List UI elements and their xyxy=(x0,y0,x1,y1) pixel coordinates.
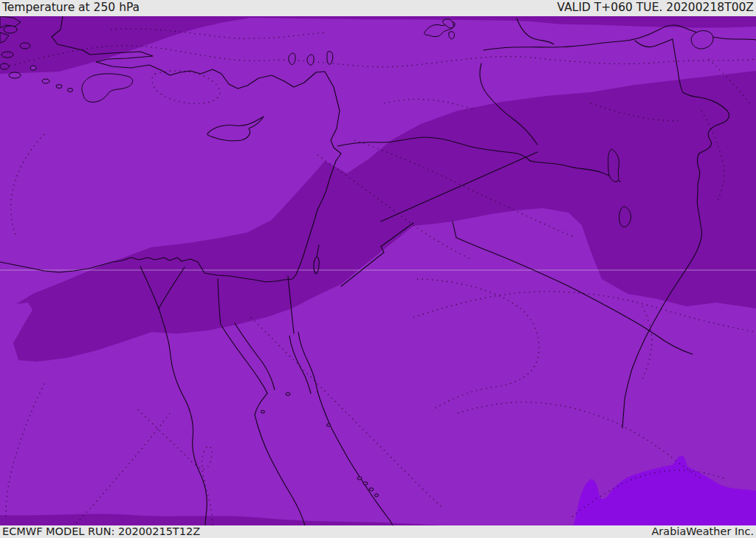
aegean-island xyxy=(30,66,36,70)
aegean-island xyxy=(4,26,17,33)
weather-map-screen: Temperature at 250 hPa VALID T+060 TUE. … xyxy=(0,0,756,538)
aegean-island xyxy=(1,52,13,58)
red-sea-island xyxy=(363,482,368,485)
aegean-island xyxy=(56,85,62,89)
red-sea-island xyxy=(369,488,374,491)
model-run-label: ECMWF MODEL RUN: 20200215T12Z xyxy=(2,526,200,537)
crimea-fragment-2 xyxy=(449,32,455,39)
aegean-island xyxy=(42,79,49,83)
footer-bar: ECMWF MODEL RUN: 20200215T12Z ArabiaWeat… xyxy=(0,525,756,538)
tiran-island xyxy=(286,393,290,396)
red-sea-island xyxy=(327,424,331,427)
aegean-island xyxy=(0,63,9,69)
red-sea-island xyxy=(261,410,265,413)
weather-map xyxy=(0,16,756,525)
brand-label: ArabiaWeather Inc. xyxy=(651,526,754,537)
aegean-island xyxy=(9,72,21,78)
header-bar: Temperature at 250 hPa VALID T+060 TUE. … xyxy=(0,0,756,16)
aegean-island xyxy=(68,89,73,92)
map-title: Temperature at 250 hPa xyxy=(2,2,140,14)
red-sea-island xyxy=(357,477,362,480)
turkish-lake-2 xyxy=(307,55,314,65)
valid-time-label: VALID T+060 TUE. 20200218T00Z xyxy=(557,2,754,14)
turkish-lake-3 xyxy=(327,52,333,64)
red-sea-island xyxy=(375,494,379,497)
aegean-island xyxy=(20,43,30,49)
turkish-lake-1 xyxy=(289,53,295,64)
